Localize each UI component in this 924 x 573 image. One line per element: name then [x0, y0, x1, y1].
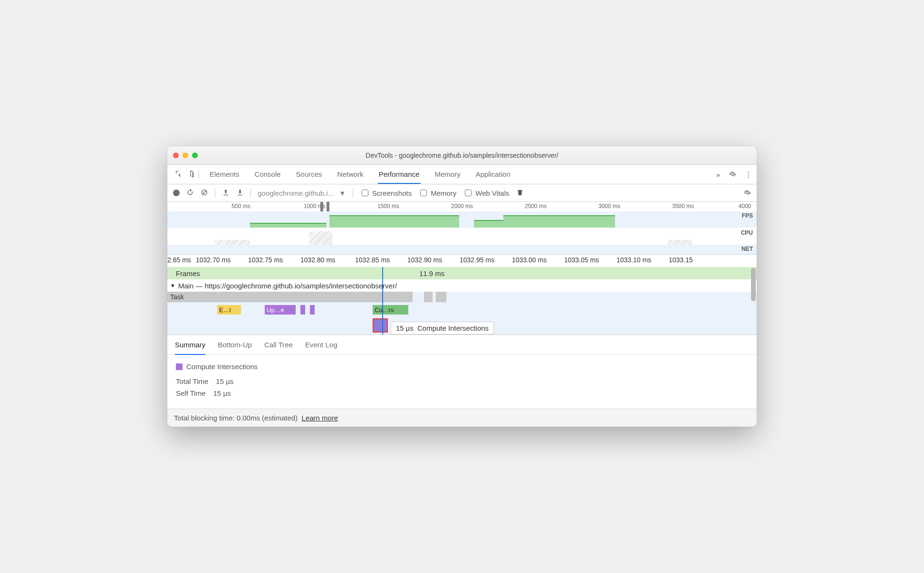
- upload-icon[interactable]: [222, 189, 230, 198]
- blocking-time: Total blocking time: 0.00ms (estimated): [174, 414, 298, 422]
- fps-bar: [329, 215, 459, 228]
- minimize-icon[interactable]: [183, 153, 188, 158]
- tab-performance[interactable]: Performance: [378, 165, 421, 184]
- tab-bottomup[interactable]: Bottom-Up: [218, 339, 252, 351]
- flame-block[interactable]: E…l: [217, 305, 241, 315]
- webvitals-checkbox[interactable]: Web Vitals: [463, 188, 509, 198]
- svg-line-1: [202, 191, 206, 194]
- settings-icon[interactable]: [729, 170, 736, 179]
- maximize-icon[interactable]: [192, 153, 198, 158]
- record-button[interactable]: [173, 190, 180, 196]
- flamechart-pane[interactable]: 2.65 ms 1032.70 ms 1032.75 ms 1032.80 ms…: [167, 255, 757, 334]
- det-tick: 1033.10 ms: [616, 256, 651, 264]
- flame-block[interactable]: Up…e: [265, 305, 296, 315]
- reload-icon[interactable]: [186, 189, 194, 198]
- frames-value: 11.9 ms: [419, 269, 444, 277]
- window-title: DevTools - googlechrome.github.io/sample…: [167, 152, 757, 159]
- frames-track[interactable]: Frames 11.9 ms: [167, 267, 757, 279]
- task-block[interactable]: [424, 292, 433, 302]
- close-icon[interactable]: [173, 153, 179, 158]
- kebab-icon[interactable]: ⋮: [745, 170, 752, 179]
- range-handle-left[interactable]: [320, 202, 323, 211]
- color-swatch: [176, 363, 183, 370]
- det-tick: 1032.75 ms: [248, 256, 283, 264]
- perf-toolbar: googlechrome.github.i… ▼ Screenshots Mem…: [167, 184, 757, 202]
- devtools-window: DevTools - googlechrome.github.io/sample…: [167, 146, 757, 427]
- flame-block[interactable]: [310, 305, 315, 315]
- fps-label: FPS: [742, 212, 753, 219]
- traffic-lights: [173, 153, 198, 158]
- tab-eventlog[interactable]: Event Log: [305, 339, 337, 351]
- tab-summary[interactable]: Summary: [175, 339, 205, 355]
- cpu-track: [167, 228, 757, 245]
- range-handle-right[interactable]: [327, 202, 329, 211]
- summary-pane: Compute Intersections Total Time 15 µs S…: [167, 355, 757, 409]
- det-tick: 1032.90 ms: [407, 256, 442, 264]
- frames-label: Frames: [176, 269, 200, 277]
- ov-tick: 500 ms: [231, 203, 250, 210]
- fps-track: [167, 211, 757, 228]
- divider: [250, 188, 251, 198]
- cpu-activity: [668, 240, 692, 245]
- cpu-activity: [309, 231, 333, 245]
- tooltip: 15 µs Compute Intersections: [391, 322, 494, 334]
- tab-calltree[interactable]: Call Tree: [264, 339, 293, 351]
- det-tick: 1033.15: [669, 256, 693, 264]
- det-tick: 1032.80 ms: [300, 256, 335, 264]
- tab-sources[interactable]: Sources: [295, 165, 323, 183]
- total-time-row: Total Time 15 µs: [176, 377, 748, 385]
- main-thread-header[interactable]: ▼ Main — https://googlechrome.github.io/…: [167, 279, 757, 292]
- det-tick: 1032.95 ms: [460, 256, 494, 264]
- main-tabs: Elements Console Sources Network Perform…: [209, 165, 716, 183]
- tab-memory[interactable]: Memory: [434, 165, 462, 183]
- overview-ruler: 500 ms 1000 ms 1500 ms 2000 ms 2500 ms 3…: [167, 202, 757, 211]
- screenshots-checkbox[interactable]: Screenshots: [360, 188, 412, 198]
- profile-dropdown[interactable]: googlechrome.github.i… ▼: [258, 189, 346, 197]
- detail-ruler: 2.65 ms 1032.70 ms 1032.75 ms 1032.80 ms…: [167, 255, 757, 267]
- flamechart[interactable]: Task E…l Up…e Co…rs 15 µs Compute Inters…: [167, 292, 757, 334]
- tooltip-name: Compute Intersections: [417, 324, 489, 332]
- divider: [199, 170, 199, 179]
- scrollbar[interactable]: [751, 268, 756, 301]
- cpu-label: CPU: [741, 229, 753, 236]
- ov-tick: 2500 ms: [525, 203, 547, 210]
- main-label: Main — https://googlechrome.github.io/sa…: [178, 282, 397, 290]
- tab-console[interactable]: Console: [254, 165, 282, 183]
- task-block[interactable]: Task: [167, 292, 413, 302]
- divider: [353, 188, 353, 198]
- ov-tick: 3000 ms: [598, 203, 620, 210]
- det-tick: 1032.70 ms: [196, 256, 231, 264]
- overview-pane[interactable]: 500 ms 1000 ms 1500 ms 2000 ms 2500 ms 3…: [167, 202, 757, 255]
- cpu-activity: [214, 240, 250, 245]
- footer: Total blocking time: 0.00ms (estimated) …: [167, 409, 757, 427]
- flame-block[interactable]: [300, 305, 305, 315]
- more-tabs-icon[interactable]: »: [716, 171, 720, 179]
- download-icon[interactable]: [236, 189, 244, 198]
- tooltip-time: 15 µs: [396, 324, 414, 332]
- summary-title: Compute Intersections: [176, 363, 748, 371]
- device-icon[interactable]: [185, 170, 199, 179]
- overview-tracks: FPS CPU NET: [167, 211, 757, 254]
- inspect-icon[interactable]: [172, 170, 185, 179]
- capture-settings-icon[interactable]: [743, 189, 751, 198]
- flame-block[interactable]: Co…rs: [373, 305, 408, 315]
- det-tick: 2.65 ms: [167, 256, 191, 264]
- clear-icon[interactable]: [201, 189, 208, 198]
- learn-more-link[interactable]: Learn more: [301, 414, 338, 422]
- task-block[interactable]: [436, 292, 446, 302]
- fps-bar: [503, 215, 616, 228]
- ov-tick: 2000 ms: [451, 203, 473, 210]
- tab-application[interactable]: Application: [475, 165, 511, 183]
- divider: [215, 188, 215, 198]
- det-tick: 1033.05 ms: [564, 256, 599, 264]
- tab-elements[interactable]: Elements: [209, 165, 241, 183]
- chevron-down-icon[interactable]: ▼: [170, 283, 175, 288]
- trash-icon[interactable]: [516, 189, 524, 198]
- playhead[interactable]: [382, 267, 383, 334]
- net-label: NET: [741, 246, 753, 252]
- tab-network[interactable]: Network: [337, 165, 365, 183]
- memory-checkbox[interactable]: Memory: [418, 188, 456, 198]
- panel-tabbar: Elements Console Sources Network Perform…: [167, 165, 757, 184]
- fps-bar: [474, 220, 503, 228]
- ov-tick: 1500 ms: [377, 203, 399, 210]
